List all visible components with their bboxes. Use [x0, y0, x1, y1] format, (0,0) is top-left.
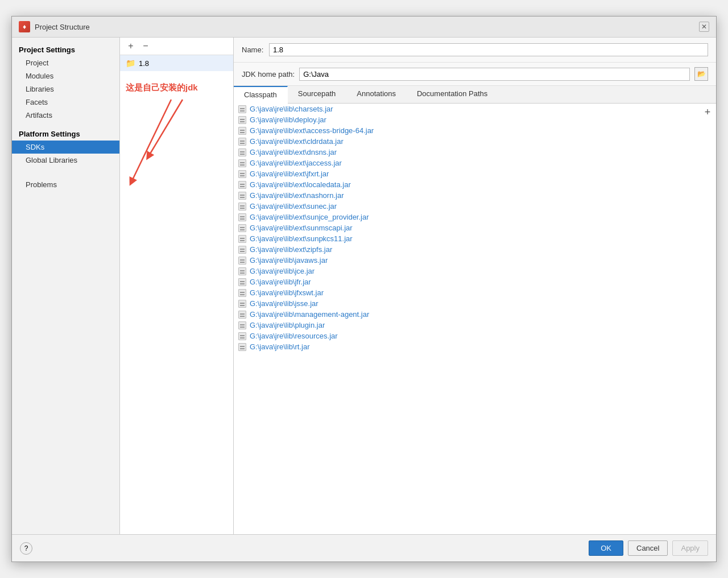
jar-icon: [238, 224, 246, 232]
sidebar-item-problems[interactable]: Problems: [12, 178, 119, 191]
jar-icon: [238, 116, 246, 124]
tabs-bar: Classpath Sourcepath Annotations Documen…: [234, 86, 716, 104]
jar-icon: [238, 105, 246, 113]
jar-icon: [238, 192, 246, 200]
jar-icon: [238, 159, 246, 167]
jar-icon: [238, 203, 246, 210]
sdk-toolbar: + −: [120, 38, 233, 55]
tab-annotations[interactable]: Annotations: [346, 86, 407, 103]
tab-sourcepath[interactable]: Sourcepath: [288, 86, 347, 103]
jar-icon: [238, 148, 246, 156]
add-sdk-button[interactable]: +: [125, 40, 137, 52]
app-icon: ♦: [19, 21, 30, 32]
sidebar-item-global-libraries[interactable]: Global Libraries: [12, 154, 119, 167]
project-settings-label: Project Settings: [12, 42, 119, 56]
window-title: Project Structure: [35, 23, 90, 31]
jar-icon: [238, 138, 246, 146]
jar-item: G:\java\jre\lib\jsse.jar: [234, 298, 716, 309]
jar-item: G:\java\jre\lib\charsets.jar: [234, 104, 716, 114]
jar-item: G:\java\jre\lib\ext\access-bridge-64.jar: [234, 125, 716, 136]
jar-item: G:\java\jre\lib\ext\jfxrt.jar: [234, 168, 716, 179]
jar-icon: [238, 311, 246, 319]
sidebar: Project Settings Project Modules Librari…: [12, 38, 120, 534]
content-panel: Name: JDK home path: 📂 Classpath Sourcep…: [234, 38, 716, 534]
jar-list-container: + G:\java\jre\lib\charsets.jar G:\java\j…: [234, 104, 716, 534]
jar-item: G:\java\jre\lib\ext\cldrdata.jar: [234, 136, 716, 147]
jar-icon: [238, 246, 246, 254]
jar-item: G:\java\jre\lib\deploy.jar: [234, 114, 716, 125]
jar-item: G:\java\jre\lib\jce.jar: [234, 266, 716, 276]
sidebar-item-project[interactable]: Project: [12, 56, 119, 69]
name-input[interactable]: [269, 43, 708, 56]
add-jar-button[interactable]: +: [701, 106, 714, 118]
title-bar-left: ♦ Project Structure: [19, 21, 90, 32]
dialog-body: Project Settings Project Modules Librari…: [12, 38, 716, 534]
jar-item: G:\java\jre\lib\jfxswt.jar: [234, 287, 716, 298]
name-label: Name:: [242, 46, 264, 54]
help-button[interactable]: ?: [20, 542, 32, 555]
jar-icon: [238, 343, 246, 351]
jar-item: G:\java\jre\lib\resources.jar: [234, 331, 716, 341]
jar-item: G:\java\jre\lib\ext\zipfs.jar: [234, 244, 716, 255]
jar-item: G:\java\jre\lib\ext\dnsns.jar: [234, 147, 716, 158]
jar-icon: [238, 267, 246, 275]
apply-button[interactable]: Apply: [672, 540, 708, 556]
sdk-list: 📁 1.8: [120, 55, 233, 534]
jar-item: G:\java\jre\lib\ext\sunpkcs11.jar: [234, 233, 716, 244]
jar-item: G:\java\jre\lib\ext\sunmscapi.jar: [234, 222, 716, 233]
jar-icon: [238, 181, 246, 189]
jar-item: G:\java\jre\lib\ext\localedata.jar: [234, 179, 716, 190]
jar-icon: [238, 278, 246, 286]
jar-item: G:\java\jre\lib\jfr.jar: [234, 276, 716, 287]
jar-item: G:\java\jre\lib\rt.jar: [234, 341, 716, 352]
jar-icon: [238, 235, 246, 243]
jar-icon: [238, 213, 246, 221]
jar-icon: [238, 332, 246, 340]
project-structure-dialog: ♦ Project Structure ✕ Project Settings P…: [11, 16, 717, 562]
jar-item: G:\java\jre\lib\ext\nashorn.jar: [234, 190, 716, 201]
jar-item: G:\java\jre\lib\ext\jaccess.jar: [234, 158, 716, 168]
title-bar: ♦ Project Structure ✕: [12, 16, 716, 38]
sidebar-item-sdks[interactable]: SDKs: [12, 141, 119, 154]
jar-item: G:\java\jre\lib\ext\sunec.jar: [234, 201, 716, 212]
jar-icon: [238, 321, 246, 329]
remove-sdk-button[interactable]: −: [139, 40, 152, 52]
sidebar-item-facets[interactable]: Facets: [12, 96, 119, 109]
browse-path-button[interactable]: 📂: [694, 67, 708, 81]
jar-item: G:\java\jre\lib\javaws.jar: [234, 255, 716, 266]
jar-item: G:\java\jre\lib\plugin.jar: [234, 320, 716, 331]
platform-settings-label: Platform Settings: [12, 126, 119, 141]
tab-documentation-paths[interactable]: Documentation Paths: [407, 86, 498, 103]
jar-icon: [238, 289, 246, 297]
jdk-path-label: JDK home path:: [242, 70, 295, 79]
sidebar-item-modules[interactable]: Modules: [12, 69, 119, 82]
sdk-version-label: 1.8: [139, 59, 149, 68]
sdk-item-18[interactable]: 📁 1.8: [120, 55, 233, 71]
jar-icon: [238, 127, 246, 135]
jdk-path-input[interactable]: [299, 68, 690, 81]
ok-button[interactable]: OK: [589, 540, 623, 556]
sdk-list-panel: + − 📁 1.8: [120, 38, 234, 534]
sidebar-item-libraries[interactable]: Libraries: [12, 82, 119, 96]
tab-classpath[interactable]: Classpath: [234, 86, 288, 104]
close-button[interactable]: ✕: [699, 22, 709, 32]
sidebar-item-artifacts[interactable]: Artifacts: [12, 109, 119, 122]
name-row: Name:: [234, 38, 716, 63]
jar-icon: [238, 170, 246, 178]
jar-icon: [238, 300, 246, 308]
jar-item: G:\java\jre\lib\management-agent.jar: [234, 309, 716, 320]
jdk-path-row: JDK home path: 📂: [234, 63, 716, 86]
bottom-bar: ? OK Cancel Apply: [12, 534, 716, 562]
cancel-button[interactable]: Cancel: [628, 540, 668, 556]
folder-icon: 📁: [126, 59, 135, 68]
jar-item: G:\java\jre\lib\ext\sunjce_provider.jar: [234, 212, 716, 222]
jar-icon: [238, 257, 246, 265]
jar-list-toolbar: +: [699, 104, 716, 121]
